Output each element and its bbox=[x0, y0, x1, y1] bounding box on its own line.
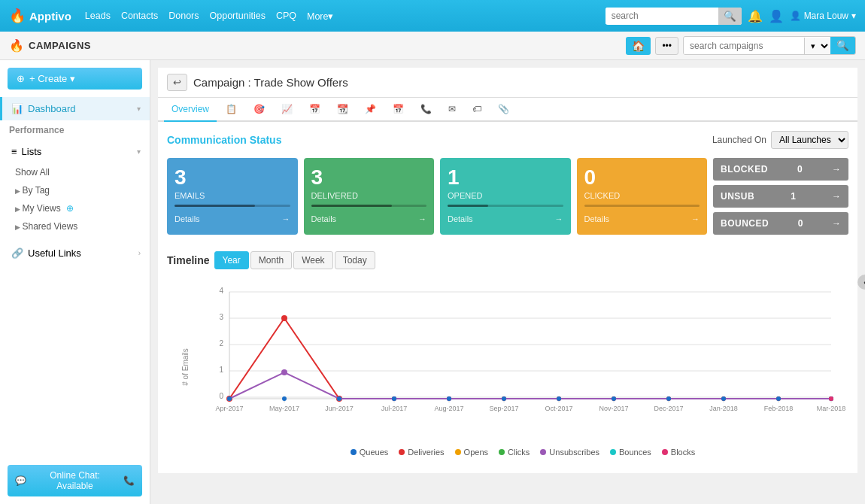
legend-deliveries: Deliveries bbox=[399, 448, 444, 457]
campaign-search-input[interactable] bbox=[684, 38, 804, 54]
main-layout: ⊕ + Create ▾ 📊 Dashboard ▾ Performance ≡… bbox=[0, 60, 865, 504]
deliveries-dot-1 bbox=[281, 315, 287, 321]
sidebar-by-tag[interactable]: By Tag bbox=[0, 181, 150, 199]
global-search-input[interactable] bbox=[606, 8, 718, 24]
badge-blocked[interactable]: BLOCKED 0 → bbox=[713, 158, 848, 181]
badge-bounced[interactable]: BOUNCED 0 → bbox=[713, 212, 848, 235]
dashboard-label: Dashboard bbox=[28, 103, 76, 114]
nav-leads[interactable]: Leads bbox=[85, 11, 111, 22]
tab-year[interactable]: Year bbox=[214, 251, 249, 269]
svg-text:4: 4 bbox=[219, 287, 223, 295]
campaign-bar: 🔥 CAMPAIGNS 🏠 ••• ▾ 🔍 bbox=[0, 32, 865, 60]
queue-dot-10 bbox=[776, 396, 781, 401]
legend-clicks: Clicks bbox=[499, 448, 530, 457]
opened-num: 1 bbox=[448, 165, 563, 190]
legend-blocks-label: Blocks bbox=[671, 448, 695, 457]
user-icon[interactable]: 👤 bbox=[769, 9, 784, 23]
create-button[interactable]: ⊕ + Create ▾ bbox=[8, 68, 142, 90]
svg-text:Nov-2017: Nov-2017 bbox=[599, 405, 628, 412]
more-options-button[interactable]: ••• bbox=[655, 37, 678, 55]
logo-text: Apptivo bbox=[29, 10, 71, 23]
tab-tags[interactable]: 🏷 bbox=[465, 98, 489, 122]
badge-blocked-label: BLOCKED bbox=[721, 164, 768, 175]
badge-unsub[interactable]: UNSUB 1 → bbox=[713, 185, 848, 208]
delivered-label: DELIVERED bbox=[311, 191, 427, 200]
tab-stats[interactable]: 📈 bbox=[274, 98, 300, 122]
home-button[interactable]: 🏠 bbox=[626, 37, 651, 55]
nav-opportunities[interactable]: Opportunities bbox=[210, 11, 266, 22]
tab-email[interactable]: ✉ bbox=[441, 98, 463, 122]
sidebar-item-lists[interactable]: ≡ Lists ▾ bbox=[0, 140, 150, 163]
notifications-icon[interactable]: 🔔 bbox=[748, 9, 763, 23]
legend-blocks-dot bbox=[662, 449, 668, 455]
user-chevron: ▾ bbox=[851, 11, 856, 21]
opened-details[interactable]: Details → bbox=[448, 214, 563, 223]
tab-notes[interactable]: 📋 bbox=[218, 98, 244, 122]
sidebar-item-dashboard[interactable]: 📊 Dashboard ▾ bbox=[0, 97, 150, 120]
tab-calendar1[interactable]: 📅 bbox=[302, 98, 328, 122]
campaign-bar-title: CAMPAIGNS bbox=[29, 40, 91, 51]
nav-more[interactable]: More▾ bbox=[307, 11, 333, 22]
online-chat-button[interactable]: 💬 Online Chat: Available 📞 bbox=[8, 465, 142, 496]
legend-queues: Queues bbox=[351, 448, 389, 457]
stat-card-delivered: 3 DELIVERED Details → bbox=[304, 158, 435, 235]
opened-bar-fill bbox=[448, 205, 488, 207]
tab-attach[interactable]: 📎 bbox=[490, 98, 517, 122]
my-views-add-icon[interactable]: ⊕ bbox=[66, 203, 74, 214]
tab-month[interactable]: Month bbox=[250, 251, 292, 269]
campaign-search-dropdown[interactable]: ▾ bbox=[804, 38, 830, 54]
svg-text:Dec-2017: Dec-2017 bbox=[654, 405, 683, 412]
my-views-label: My Views bbox=[23, 203, 61, 214]
tab-schedule[interactable]: 📅 bbox=[385, 98, 411, 122]
campaign-search-button[interactable]: 🔍 bbox=[830, 37, 855, 54]
create-icon: ⊕ bbox=[17, 73, 25, 84]
back-button[interactable]: ↩ bbox=[167, 74, 187, 91]
content-area: ↩ Campaign : Trade Show Offers Overview … bbox=[150, 60, 865, 504]
sidebar: ⊕ + Create ▾ 📊 Dashboard ▾ Performance ≡… bbox=[0, 60, 150, 504]
svg-text:Apr-2017: Apr-2017 bbox=[215, 405, 243, 412]
badge-bounced-label: BOUNCED bbox=[721, 218, 769, 229]
logo-icon: 🔥 bbox=[9, 8, 26, 24]
tab-targets[interactable]: 🎯 bbox=[246, 98, 272, 122]
nav-donors[interactable]: Donors bbox=[168, 11, 199, 22]
sidebar-shared-views[interactable]: Shared Views bbox=[0, 217, 150, 235]
nav-contacts[interactable]: Contacts bbox=[121, 11, 158, 22]
global-search-button[interactable]: 🔍 bbox=[718, 8, 742, 25]
useful-links-chevron: › bbox=[138, 249, 141, 257]
delivered-bar-fill bbox=[311, 205, 392, 207]
tab-overview[interactable]: Overview bbox=[164, 98, 217, 122]
emails-details[interactable]: Details → bbox=[175, 214, 290, 223]
clicked-num: 0 bbox=[584, 165, 700, 190]
lists-label: Lists bbox=[22, 146, 42, 157]
legend-deliveries-label: Deliveries bbox=[408, 448, 444, 457]
clicked-label: CLICKED bbox=[584, 191, 700, 200]
sidebar-item-useful-links[interactable]: 🔗 Useful Links › bbox=[0, 241, 150, 265]
svg-text:2: 2 bbox=[219, 339, 223, 348]
tab-today[interactable]: Today bbox=[335, 251, 375, 269]
nav-cpq[interactable]: CPQ bbox=[276, 11, 296, 22]
sidebar-bottom: 💬 Online Chat: Available 📞 bbox=[0, 457, 150, 504]
app-logo: 🔥 Apptivo bbox=[9, 8, 71, 24]
opened-bar bbox=[448, 205, 563, 207]
tab-calendar2[interactable]: 📆 bbox=[329, 98, 356, 122]
emails-label: EMAILS bbox=[175, 191, 290, 200]
delivered-details[interactable]: Details → bbox=[311, 214, 427, 223]
user-info[interactable]: 👤 Mara Louw ▾ bbox=[790, 11, 856, 21]
top-navigation: 🔥 Apptivo Leads Contacts Donors Opportun… bbox=[0, 0, 865, 32]
clicked-bar bbox=[584, 205, 700, 207]
tab-attach-icon: 📎 bbox=[498, 104, 509, 114]
nav-icons: 🔔 👤 bbox=[748, 9, 784, 23]
sidebar-show-all[interactable]: Show All bbox=[0, 163, 150, 181]
by-tag-label: By Tag bbox=[23, 185, 50, 196]
tab-pin[interactable]: 📌 bbox=[357, 98, 384, 122]
sidebar-my-views[interactable]: My Views ⊕ bbox=[0, 199, 150, 217]
clicked-details[interactable]: Details → bbox=[584, 214, 700, 223]
show-all-label: Show All bbox=[15, 167, 50, 178]
svg-text:Feb-2018: Feb-2018 bbox=[764, 405, 794, 412]
unsubscribes-line bbox=[229, 372, 831, 399]
tab-week[interactable]: Week bbox=[293, 251, 332, 269]
svg-text:0: 0 bbox=[219, 392, 223, 400]
stats-row: 3 EMAILS Details → 3 DELIVERED bbox=[167, 158, 848, 235]
launched-on-select[interactable]: All Launches bbox=[771, 131, 848, 149]
tab-phone[interactable]: 📞 bbox=[413, 98, 439, 122]
